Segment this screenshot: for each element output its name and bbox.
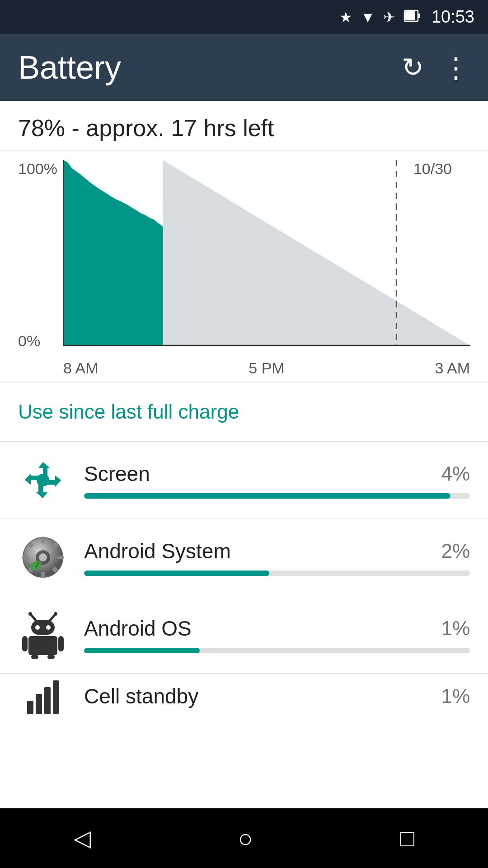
battery-percent-text: 78% - approx. 17 hrs left [18,115,274,141]
chart-y-0-label: 0% [18,332,40,350]
chart-x-labels: 8 AM 5 PM 3 AM [63,359,470,377]
screen-item-header: Screen 4% [84,462,470,486]
app-bar: Battery ↻ ⋮ [0,34,488,101]
more-options-button[interactable]: ⋮ [442,51,470,84]
navigation-bar: ◁ ○ □ [0,808,488,868]
svg-marker-9 [36,485,47,498]
battery-status-section: 78% - approx. 17 hrs left [0,101,488,151]
svg-rect-2 [405,11,415,20]
screen-progress-fill [84,493,450,499]
android-os-progress-bar [84,648,470,653]
android-system-icon-area [18,533,68,582]
screen-item-info: Screen 4% [84,462,470,499]
back-button[interactable]: ◁ [74,825,91,851]
wifi-icon: ▼ [361,10,375,24]
screen-item-name: Screen [84,462,150,486]
battery-item-cell-standby[interactable]: Cell standby 1% [0,673,488,718]
android-os-item-info: Android OS 1% [84,616,470,653]
star-icon: ★ [339,10,352,24]
svg-rect-33 [28,636,57,655]
android-system-item-info: Android System 2% [84,539,470,576]
svg-rect-37 [47,655,55,659]
svg-point-27 [28,612,32,616]
home-button[interactable]: ○ [238,824,253,853]
android-system-icon [20,535,66,580]
svg-point-31 [35,625,40,630]
android-os-progress-fill [84,648,200,653]
svg-rect-18 [22,556,28,559]
battery-item-android-os[interactable]: Android OS 1% [0,596,488,673]
use-since-section[interactable]: Use since last full charge [0,382,488,441]
svg-rect-35 [58,636,64,651]
svg-rect-39 [36,694,42,714]
svg-point-12 [37,474,49,486]
battery-chart-container: 100% 0% 10/30 8 AM 5 PM 3 AM [0,151,488,382]
chart-x-start: 8 AM [63,359,98,377]
chart-y-100-label: 100% [18,160,57,178]
chart-x-mid: 5 PM [249,359,284,377]
svg-point-32 [46,625,51,630]
android-os-item-header: Android OS 1% [84,616,470,641]
svg-rect-34 [22,636,28,651]
svg-rect-17 [41,572,45,578]
svg-rect-38 [27,701,33,714]
cell-standby-item-info: Cell standby 1% [84,684,470,708]
recents-button[interactable]: □ [400,825,414,852]
screen-icon [23,460,63,500]
svg-marker-11 [47,476,61,487]
refresh-button[interactable]: ↻ [402,52,424,83]
battery-icon [404,7,421,27]
status-time: 10:53 [432,7,474,27]
svg-rect-40 [44,687,51,714]
cell-standby-item-name: Cell standby [84,684,198,708]
android-system-progress-fill [84,571,269,576]
svg-marker-3 [163,160,470,345]
chart-svg [63,160,470,350]
battery-chart-wrapper: 100% 0% 10/30 8 AM 5 PM 3 AM [18,160,470,377]
svg-marker-4 [63,160,163,345]
android-system-item-header: Android System 2% [84,539,470,563]
battery-item-screen[interactable]: Screen 4% [0,441,488,519]
svg-marker-10 [25,473,38,485]
svg-point-15 [39,553,47,561]
svg-rect-30 [31,620,55,635]
android-os-icon [20,610,66,659]
android-os-icon-area [18,610,68,660]
svg-rect-41 [53,680,59,714]
cell-standby-icon-area [18,673,68,718]
svg-rect-1 [418,14,420,18]
svg-point-29 [54,612,57,616]
cell-standby-item-percent: 1% [441,685,470,708]
screen-progress-bar [84,493,470,499]
svg-marker-8 [38,462,50,476]
screen-icon-area [18,455,68,505]
android-system-item-name: Android System [84,539,231,563]
svg-rect-19 [57,556,64,559]
screen-item-percent: 4% [441,462,470,485]
cell-standby-icon [27,678,59,714]
airplane-icon: ✈ [383,10,395,24]
cell-standby-item-header: Cell standby 1% [84,684,470,708]
android-system-progress-bar [84,571,470,576]
chart-x-end: 3 AM [435,359,470,377]
android-os-item-percent: 1% [441,617,470,640]
svg-rect-16 [41,537,45,543]
android-system-item-percent: 2% [441,540,470,562]
svg-rect-36 [31,655,38,659]
app-title: Battery [18,49,384,86]
android-os-item-name: Android OS [84,616,192,641]
use-since-text[interactable]: Use since last full charge [18,401,239,423]
battery-item-android-system[interactable]: Android System 2% [0,519,488,596]
status-bar: ★ ▼ ✈ 10:53 [0,0,488,34]
